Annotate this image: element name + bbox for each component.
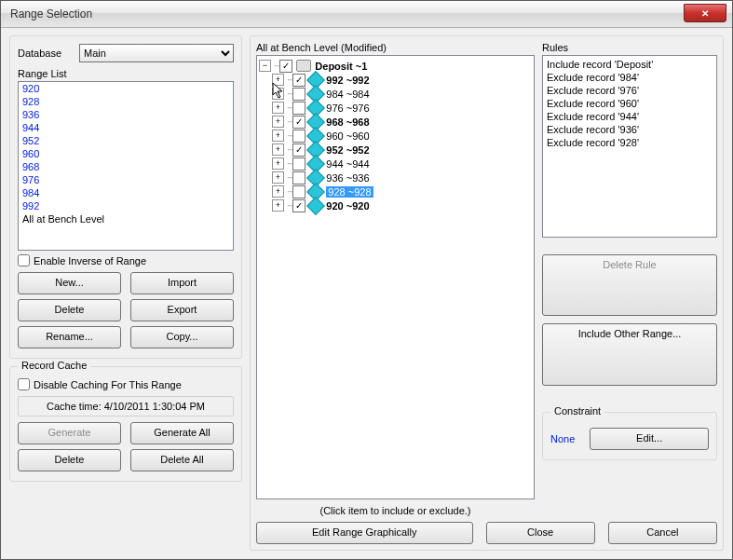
root-checkbox[interactable] xyxy=(279,60,292,73)
node-checkbox[interactable] xyxy=(292,88,305,101)
edit-range-graphically-button[interactable]: Edit Range Graphically xyxy=(256,522,473,544)
tree-node-row[interactable]: +···952 ~952 xyxy=(272,143,532,157)
range-item[interactable]: 992 xyxy=(19,199,233,212)
generate-all-button[interactable]: Generate All xyxy=(130,422,234,444)
rangelist-label: Range List xyxy=(18,68,234,79)
node-label: 992 ~992 xyxy=(326,75,369,86)
expand-icon[interactable]: + xyxy=(272,74,284,86)
cache-delete-button[interactable]: Delete xyxy=(18,449,121,471)
expand-icon[interactable]: + xyxy=(272,88,284,100)
node-label: 928 ~928 xyxy=(326,186,373,198)
database-combo[interactable]: Main xyxy=(79,44,234,62)
cache-time-display: Cache time: 4/10/2011 1:30:04 PM xyxy=(18,396,234,417)
rule-item[interactable]: Exclude record '944' xyxy=(547,110,713,123)
range-item[interactable]: All at Bench Level xyxy=(19,212,233,225)
range-item[interactable]: 944 xyxy=(19,121,233,134)
export-button[interactable]: Export xyxy=(130,299,234,321)
import-button[interactable]: Import xyxy=(130,272,234,294)
left-column: Database Main Range List 920928936944952… xyxy=(9,35,242,551)
node-label: 968 ~968 xyxy=(326,116,369,128)
disable-cache-label: Disable Caching For This Range xyxy=(34,379,182,390)
node-label: 936 ~936 xyxy=(326,172,369,184)
range-item[interactable]: 920 xyxy=(19,82,233,95)
expand-icon[interactable]: + xyxy=(272,157,284,170)
tree-header: All at Bench Level (Modified) xyxy=(256,42,535,53)
root-label: Deposit ~1 xyxy=(315,61,367,72)
tree-node-row[interactable]: +···976 ~976 xyxy=(272,101,532,115)
delete-rule-button[interactable]: Delete Rule xyxy=(542,254,717,316)
node-label: 984 ~984 xyxy=(326,89,369,100)
node-checkbox[interactable] xyxy=(292,199,305,212)
node-checkbox[interactable] xyxy=(292,157,305,171)
include-other-range-button[interactable]: Include Other Range... xyxy=(542,323,717,385)
tree-node-row[interactable]: +···984 ~984 xyxy=(272,87,532,101)
range-item[interactable]: 928 xyxy=(19,95,233,108)
delete-button[interactable]: Delete xyxy=(18,299,121,321)
rule-item[interactable]: Include record 'Deposit' xyxy=(547,58,713,71)
tree-node-row[interactable]: +···936 ~936 xyxy=(272,171,532,184)
rules-listbox[interactable]: Include record 'Deposit'Exclude record '… xyxy=(542,55,717,238)
hexagon-icon xyxy=(306,197,325,215)
tree-node-row[interactable]: +···944 ~944 xyxy=(272,157,532,171)
expand-icon[interactable]: + xyxy=(272,171,284,184)
titlebar[interactable]: Range Selection ✕ xyxy=(1,1,732,28)
disable-cache-checkbox[interactable] xyxy=(18,378,30,390)
expand-icon[interactable]: + xyxy=(272,143,284,156)
range-item[interactable]: 968 xyxy=(19,160,233,173)
generate-button[interactable]: Generate xyxy=(18,422,121,444)
cancel-button[interactable]: Cancel xyxy=(608,522,717,544)
node-label: 952 ~952 xyxy=(326,144,369,156)
rule-item[interactable]: Exclude record '936' xyxy=(547,123,713,136)
tree-node-row[interactable]: +···992 ~992 xyxy=(272,73,532,87)
constraint-edit-button[interactable]: Edit... xyxy=(590,428,709,450)
rule-item[interactable]: Exclude record '976' xyxy=(547,84,713,97)
expand-icon[interactable]: + xyxy=(272,130,284,142)
middle-panel: All at Bench Level (Modified) −··· Depos… xyxy=(250,35,724,551)
rule-item[interactable]: Exclude record '960' xyxy=(547,97,713,110)
range-item[interactable]: 936 xyxy=(19,108,233,121)
rule-item[interactable]: Exclude record '984' xyxy=(547,71,713,84)
close-icon[interactable]: ✕ xyxy=(684,4,726,22)
range-selection-window: Range Selection ✕ Database Main Range Li… xyxy=(0,0,733,560)
delete-all-button[interactable]: Delete All xyxy=(130,449,234,471)
constraint-value: None xyxy=(550,433,575,444)
node-checkbox[interactable] xyxy=(292,143,305,157)
tree-node-row[interactable]: +···920 ~920 xyxy=(272,198,532,212)
database-group: Database Main Range List 920928936944952… xyxy=(9,35,242,359)
rule-item[interactable]: Exclude record '928' xyxy=(547,136,713,149)
constraint-group: Constraint None Edit... xyxy=(542,412,717,460)
node-label: 976 ~976 xyxy=(326,102,369,114)
range-tree[interactable]: −··· Deposit ~1 +···992 ~992+···984 ~984… xyxy=(256,55,535,499)
node-checkbox[interactable] xyxy=(292,130,305,143)
range-item[interactable]: 984 xyxy=(19,186,233,199)
node-label: 944 ~944 xyxy=(326,158,369,170)
collapse-icon[interactable]: − xyxy=(259,60,271,72)
expand-icon[interactable]: + xyxy=(272,185,284,198)
node-checkbox[interactable] xyxy=(292,74,305,87)
inverse-checkbox[interactable] xyxy=(18,254,30,266)
tree-node-row[interactable]: +···968 ~968 xyxy=(272,115,532,129)
close-button[interactable]: Close xyxy=(486,522,595,544)
node-checkbox[interactable] xyxy=(292,102,305,115)
new-button[interactable]: New... xyxy=(18,272,121,294)
tree-root-row[interactable]: −··· Deposit ~1 xyxy=(259,59,532,73)
record-cache-group: Record Cache Disable Caching For This Ra… xyxy=(9,366,242,482)
range-item[interactable]: 976 xyxy=(19,173,233,186)
node-label: 920 ~920 xyxy=(326,200,369,212)
expand-icon[interactable]: + xyxy=(272,116,284,128)
inverse-label: Enable Inverse of Range xyxy=(34,255,146,266)
expand-icon[interactable]: + xyxy=(272,199,284,212)
range-item[interactable]: 952 xyxy=(19,134,233,147)
expand-icon[interactable]: + xyxy=(272,102,284,114)
cache-group-label: Record Cache xyxy=(18,360,90,371)
range-item[interactable]: 960 xyxy=(19,147,233,160)
copy-button[interactable]: Copy... xyxy=(130,326,234,348)
node-checkbox[interactable] xyxy=(292,116,305,129)
range-listbox[interactable]: 920928936944952960968976984992All at Ben… xyxy=(18,81,234,251)
node-checkbox[interactable] xyxy=(292,171,305,184)
tree-node-row[interactable]: +···928 ~928 xyxy=(272,184,532,198)
tree-hint: (Click item to include or exclude.) xyxy=(256,505,535,516)
node-checkbox[interactable] xyxy=(292,185,305,198)
tree-node-row[interactable]: +···960 ~960 xyxy=(272,129,532,143)
rename-button[interactable]: Rename... xyxy=(18,326,121,348)
